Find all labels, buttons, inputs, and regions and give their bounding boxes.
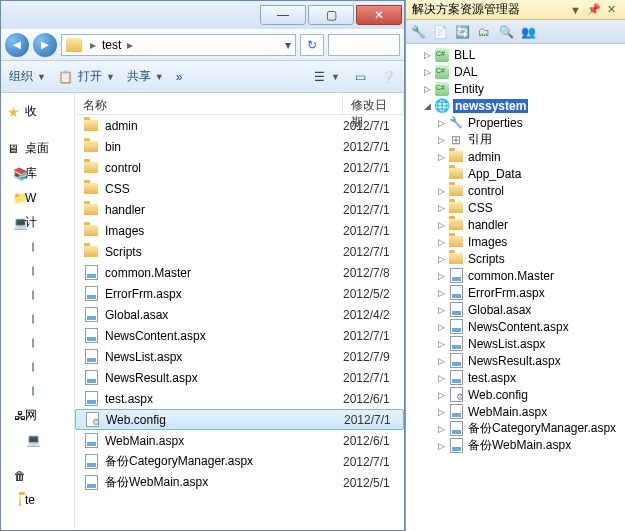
refresh-button[interactable]: ↻ [300, 34, 324, 56]
expand-icon[interactable]: ▷ [434, 254, 448, 264]
expand-icon[interactable]: ▷ [434, 288, 448, 298]
desktop-item[interactable]: 🖥桌面 [3, 136, 72, 161]
tree-item[interactable]: ▷⊞引用 [406, 131, 625, 148]
tree-item[interactable]: ▷common.Master [406, 267, 625, 284]
file-row[interactable]: Scripts2012/7/1 [75, 241, 404, 262]
tree-item[interactable]: ▷ErrorFrm.aspx [406, 284, 625, 301]
tree-item[interactable]: ▷Images [406, 233, 625, 250]
tree-item[interactable]: ▷control [406, 182, 625, 199]
tree-item[interactable]: ▷🔧Properties [406, 114, 625, 131]
libs-item[interactable]: 📚库 [3, 161, 72, 186]
w-item[interactable]: 📁W [3, 186, 72, 210]
tree-item[interactable]: ▷Entity [406, 80, 625, 97]
drive-item[interactable] [3, 307, 72, 331]
drive-item[interactable] [3, 283, 72, 307]
expand-icon[interactable]: ▷ [434, 424, 448, 434]
expand-icon[interactable]: ▷ [420, 67, 434, 77]
file-row[interactable]: ErrorFrm.aspx2012/5/2 [75, 283, 404, 304]
favorites-item[interactable]: ★收 [3, 99, 72, 124]
maximize-button[interactable]: ▢ [308, 5, 354, 25]
tree-item[interactable]: ▷Web.config [406, 386, 625, 403]
drive-item[interactable]: 💻 [3, 428, 72, 452]
expand-icon[interactable]: ▷ [434, 203, 448, 213]
expand-icon[interactable]: ▷ [434, 237, 448, 247]
refresh-icon[interactable]: 🔄 [454, 24, 470, 40]
share-menu[interactable]: 共享▼ [127, 68, 164, 85]
tree-item[interactable]: ▷WebMain.aspx [406, 403, 625, 420]
back-button[interactable]: ◄ [5, 33, 29, 57]
dropdown-button[interactable]: ▼ [567, 4, 584, 16]
address-bar[interactable]: ▸ test ▸ ▾ [61, 34, 296, 56]
net-item[interactable]: 🖧网 [3, 403, 72, 428]
file-row[interactable]: NewsResult.aspx2012/7/1 [75, 367, 404, 388]
tree-item[interactable]: ▷BLL [406, 46, 625, 63]
close-panel-button[interactable]: ✕ [604, 3, 619, 16]
breadcrumb-item[interactable]: test [100, 38, 123, 52]
file-row[interactable]: Web.config2012/7/1 [75, 409, 404, 430]
expand-icon[interactable]: ▷ [434, 441, 448, 451]
tree-item[interactable]: ▷DAL [406, 63, 625, 80]
expand-icon[interactable]: ▷ [434, 271, 448, 281]
expand-icon[interactable]: ▷ [434, 322, 448, 332]
organize-menu[interactable]: 组织▼ [9, 68, 46, 85]
drive-item[interactable] [3, 355, 72, 379]
file-row[interactable]: Images2012/7/1 [75, 220, 404, 241]
tree-item[interactable]: ▷CSS [406, 199, 625, 216]
drive-item[interactable] [3, 259, 72, 283]
open-menu[interactable]: 📋 打开▼ [58, 68, 115, 85]
tree-item[interactable]: ▷NewsContent.aspx [406, 318, 625, 335]
show-all-icon[interactable]: 📄 [432, 24, 448, 40]
minimize-button[interactable]: — [260, 5, 306, 25]
search-input[interactable] [328, 34, 400, 56]
expand-icon[interactable]: ▷ [434, 339, 448, 349]
tree-item[interactable]: ▷handler [406, 216, 625, 233]
tree-item[interactable]: ▷test.aspx [406, 369, 625, 386]
file-row[interactable]: handler2012/7/1 [75, 199, 404, 220]
expand-icon[interactable]: ▷ [434, 356, 448, 366]
file-row[interactable]: WebMain.aspx2012/6/1 [75, 430, 404, 451]
file-row[interactable]: 备份WebMain.aspx2012/5/1 [75, 472, 404, 493]
expand-icon[interactable]: ▷ [434, 152, 448, 162]
file-row[interactable]: 备份CategoryManager.aspx2012/7/1 [75, 451, 404, 472]
file-row[interactable]: Global.asax2012/4/2 [75, 304, 404, 325]
view-button[interactable]: ☰▼ [311, 69, 340, 85]
file-row[interactable]: control2012/7/1 [75, 157, 404, 178]
expand-icon[interactable]: ▷ [420, 84, 434, 94]
file-row[interactable]: admin2012/7/1 [75, 115, 404, 136]
help-button[interactable]: ❔ [380, 69, 396, 85]
expand-icon[interactable]: ▷ [434, 373, 448, 383]
file-row[interactable]: test.aspx2012/6/1 [75, 388, 404, 409]
expand-icon[interactable]: ▷ [434, 186, 448, 196]
close-button[interactable]: ✕ [356, 5, 402, 25]
tree-item[interactable]: ▷备份WebMain.aspx [406, 437, 625, 454]
expand-icon[interactable]: ▷ [434, 407, 448, 417]
drive-item[interactable] [3, 379, 72, 403]
tree-item[interactable]: ▷admin [406, 148, 625, 165]
tree-item[interactable]: ◢🌐newssystem [406, 97, 625, 114]
file-row[interactable]: NewsContent.aspx2012/7/1 [75, 325, 404, 346]
file-row[interactable]: common.Master2012/7/8 [75, 262, 404, 283]
drive-item[interactable] [3, 235, 72, 259]
view-designer-icon[interactable]: 👥 [520, 24, 536, 40]
nest-icon[interactable]: 🗂 [476, 24, 492, 40]
preview-button[interactable]: ▭ [352, 69, 368, 85]
file-row[interactable]: NewsList.aspx2012/7/9 [75, 346, 404, 367]
column-name[interactable]: 名称 [75, 93, 343, 114]
more-menu[interactable]: » [176, 70, 183, 84]
tree-item[interactable]: ▷NewsList.aspx [406, 335, 625, 352]
tree-item[interactable]: ▷Global.asax [406, 301, 625, 318]
recycle-item[interactable]: 🗑 [3, 464, 72, 488]
tree-item[interactable]: ▷备份CategoryManager.aspx [406, 420, 625, 437]
te-item[interactable]: te [3, 488, 72, 512]
tree-item[interactable]: ▷Scripts [406, 250, 625, 267]
tree-item[interactable]: App_Data [406, 165, 625, 182]
forward-button[interactable]: ► [33, 33, 57, 57]
expand-icon[interactable]: ▷ [420, 50, 434, 60]
file-row[interactable]: bin2012/7/1 [75, 136, 404, 157]
column-date[interactable]: 修改日期 [343, 93, 404, 114]
file-row[interactable]: CSS2012/7/1 [75, 178, 404, 199]
comp-item[interactable]: 💻计 [3, 210, 72, 235]
properties-icon[interactable]: 🔧 [410, 24, 426, 40]
expand-icon[interactable]: ▷ [434, 135, 448, 145]
address-dropdown[interactable]: ▾ [285, 38, 291, 52]
